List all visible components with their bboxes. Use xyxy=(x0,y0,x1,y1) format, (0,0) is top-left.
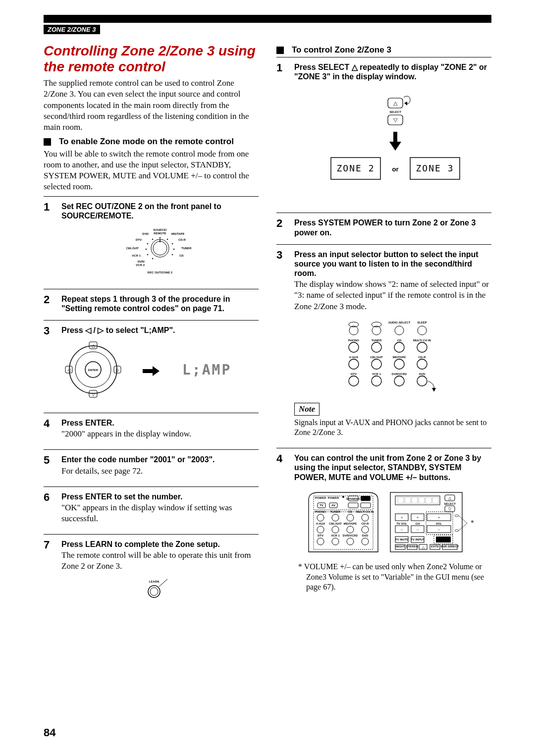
svg-point-19 xyxy=(172,243,173,244)
svg-text:*: * xyxy=(471,519,474,527)
svg-point-84 xyxy=(394,376,404,386)
svg-point-173 xyxy=(455,530,459,532)
step-title: Press SYSTEM POWER to turn Zone 2 or Zon… xyxy=(294,218,491,237)
svg-text:L;AMP: L;AMP xyxy=(182,362,231,378)
svg-point-105 xyxy=(362,514,369,521)
svg-text:▽: ▽ xyxy=(448,507,452,511)
svg-point-20 xyxy=(146,249,147,250)
svg-point-120 xyxy=(347,538,354,545)
svg-text:▽: ▽ xyxy=(92,392,95,397)
or-label: or xyxy=(392,165,399,173)
step-body: The remote control will be able to opera… xyxy=(61,550,259,572)
svg-point-17 xyxy=(167,239,168,240)
step-number: 5 xyxy=(44,454,54,480)
svg-point-58 xyxy=(372,326,381,335)
svg-point-103 xyxy=(332,514,339,521)
svg-text:V-AUX: V-AUX xyxy=(349,356,358,359)
step-title: Set REC OUT/ZONE 2 on the front panel to… xyxy=(61,202,259,220)
svg-text:ZONE 3: ZONE 3 xyxy=(416,163,454,173)
svg-line-43 xyxy=(159,579,167,587)
svg-rect-129 xyxy=(405,497,411,503)
svg-marker-87 xyxy=(432,388,436,391)
svg-text:MULTI CH IN: MULTI CH IN xyxy=(413,339,431,342)
svg-rect-130 xyxy=(412,497,418,503)
svg-rect-89 xyxy=(314,512,373,549)
svg-text:–: – xyxy=(437,527,440,532)
svg-text:VCR 1: VCR 1 xyxy=(132,254,141,257)
svg-text:DVR/VCR2: DVR/VCR2 xyxy=(392,373,407,376)
step-4: 4 Press ENTER. "2000" appears in the dis… xyxy=(44,413,259,449)
step-1: 1 Set REC OUT/ZONE 2 on the front panel … xyxy=(44,196,259,288)
svg-point-110 xyxy=(317,526,324,533)
svg-text:AV: AV xyxy=(331,504,335,507)
svg-point-80 xyxy=(349,376,359,386)
subheading-control: To control Zone 2/Zone 3 xyxy=(292,45,391,55)
step-title: Press ◁ / ▷ to select "L;AMP". xyxy=(61,325,259,335)
svg-text:SLEEP: SLEEP xyxy=(417,321,427,324)
svg-point-119 xyxy=(332,538,339,545)
svg-point-102 xyxy=(317,514,324,521)
svg-text:CD-R: CD-R xyxy=(362,522,370,525)
svg-text:TV: TV xyxy=(320,504,323,507)
svg-point-76 xyxy=(394,359,404,369)
learn-button-diagram: LEARN xyxy=(140,577,180,601)
bullet-square xyxy=(44,138,51,146)
svg-marker-49 xyxy=(404,102,407,106)
svg-text:PHONO: PHONO xyxy=(315,510,326,513)
select-zone-diagram: △ SELECT ▽ ZONE 2 xyxy=(311,93,475,192)
svg-text:MD/TAPE: MD/TAPE xyxy=(171,232,185,235)
svg-text:POWER: POWER xyxy=(328,496,339,499)
step-body: "2000" appears in the display window. xyxy=(61,429,259,439)
step-number: 7 xyxy=(44,539,54,609)
right-column: To control Zone 2/Zone 3 1 Press SELECT … xyxy=(276,43,491,615)
svg-point-22 xyxy=(147,254,148,255)
svg-text:△: △ xyxy=(448,496,452,500)
svg-text:TV VOL: TV VOL xyxy=(396,522,407,525)
svg-point-18 xyxy=(147,243,148,244)
svg-text:–: – xyxy=(400,527,403,532)
svg-marker-38 xyxy=(143,366,160,376)
svg-text:CH: CH xyxy=(416,522,420,525)
svg-text:SELECT: SELECT xyxy=(389,110,401,113)
svg-point-104 xyxy=(347,514,354,521)
svg-point-62 xyxy=(418,326,427,335)
svg-text:STEREO: STEREO xyxy=(406,545,419,548)
svg-text:DVR/: DVR/ xyxy=(138,260,145,263)
svg-text:VCR 2: VCR 2 xyxy=(136,264,145,267)
subheading-enable: To enable Zone mode on the remote contro… xyxy=(59,137,234,147)
remote-top-bottom-diagram: POWER POWER STANDBY TV AV xyxy=(304,490,482,554)
svg-text:TV MUTE: TV MUTE xyxy=(395,538,408,541)
svg-text:CD: CD xyxy=(348,510,353,513)
svg-text:REC OUT/ZONE 2: REC OUT/ZONE 2 xyxy=(148,271,173,274)
svg-point-64 xyxy=(349,342,359,352)
step-3: 3 Press ◁ / ▷ to select "L;AMP". ENTER xyxy=(44,320,259,413)
page-number: 84 xyxy=(44,726,55,739)
page-title: Controlling Zone 2/Zone 3 using the remo… xyxy=(44,43,259,75)
svg-point-70 xyxy=(417,342,427,352)
svg-text:DTV: DTV xyxy=(351,373,357,376)
svg-text:CBL/SAT: CBL/SAT xyxy=(126,247,139,250)
svg-point-111 xyxy=(332,526,339,533)
svg-text:CD-R: CD-R xyxy=(178,238,186,241)
svg-point-23 xyxy=(172,254,173,255)
svg-point-112 xyxy=(347,526,354,533)
svg-rect-132 xyxy=(426,497,431,503)
step-number: 1 xyxy=(276,61,287,207)
step-5: 5 Enter the code number "2001" or "2003"… xyxy=(44,449,259,486)
svg-text:+: + xyxy=(437,515,440,520)
svg-text:MD/TAPE: MD/TAPE xyxy=(344,522,357,525)
svg-text:TUNER: TUNER xyxy=(330,510,341,513)
svg-text:AUDIO SELECT: AUDIO SELECT xyxy=(388,321,411,324)
svg-text:DTV: DTV xyxy=(318,534,323,537)
svg-point-24 xyxy=(152,258,153,259)
right-step-2: 2 Press SYSTEM POWER to turn Zone 2 or Z… xyxy=(276,213,491,244)
svg-text:+: + xyxy=(400,515,403,520)
svg-point-74 xyxy=(372,359,381,369)
note-body: Signals input at V-AUX and PHONO jacks c… xyxy=(294,418,491,438)
svg-text:PHONO: PHONO xyxy=(348,339,359,342)
sub-intro: You will be able to switch the remote co… xyxy=(44,149,259,192)
step-number: 4 xyxy=(276,452,287,596)
top-rule xyxy=(44,15,491,23)
svg-point-66 xyxy=(372,342,381,352)
svg-point-121 xyxy=(362,538,369,545)
